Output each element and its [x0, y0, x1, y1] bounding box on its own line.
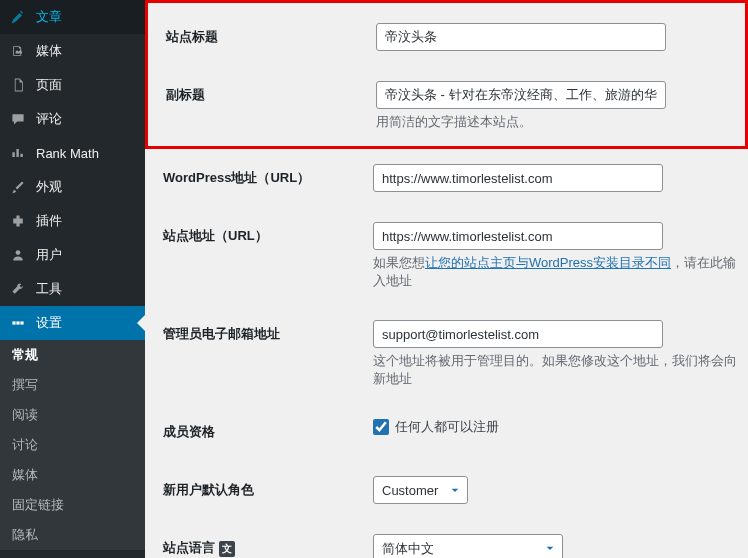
tool-icon	[8, 279, 28, 299]
sidebar-item-posts[interactable]: 文章	[0, 0, 145, 34]
sidebar-item-comments[interactable]: 评论	[0, 102, 145, 136]
desc-admin-email: 这个地址将被用于管理目的。如果您修改这个地址，我们将会向新地址	[373, 352, 738, 388]
label-admin-email: 管理员电子邮箱地址	[163, 305, 363, 403]
checkbox-membership[interactable]	[373, 419, 389, 435]
submenu-writing[interactable]: 撰写	[0, 370, 145, 400]
menu-label: 用户	[36, 246, 62, 264]
menu-label: 插件	[36, 212, 62, 230]
svg-rect-1	[12, 321, 15, 324]
bottom-menu: Webpushr	[0, 550, 145, 558]
submenu-general[interactable]: 常规	[0, 340, 145, 370]
submenu-permalinks[interactable]: 固定链接	[0, 490, 145, 520]
sidebar-item-tools[interactable]: 工具	[0, 272, 145, 306]
sidebar-item-media[interactable]: 媒体	[0, 34, 145, 68]
sidebar-item-pages[interactable]: 页面	[0, 68, 145, 102]
input-site-url[interactable]	[373, 222, 663, 250]
user-icon	[8, 245, 28, 265]
plugin-icon	[8, 211, 28, 231]
checkbox-text: 任何人都可以注册	[395, 418, 499, 436]
input-tagline[interactable]	[376, 81, 666, 109]
translate-icon: 文	[219, 541, 235, 557]
label-wp-url: WordPress地址（URL）	[163, 149, 363, 207]
brush-icon	[8, 177, 28, 197]
menu-label: 工具	[36, 280, 62, 298]
input-site-title[interactable]	[376, 23, 666, 51]
label-site-language: 站点语言文	[163, 519, 363, 558]
main-menu: 文章 媒体 页面 评论 Rank Math 外观	[0, 0, 145, 340]
svg-point-0	[16, 250, 21, 255]
menu-label: 文章	[36, 8, 62, 26]
sidebar-item-settings[interactable]: 设置	[0, 306, 145, 340]
svg-rect-3	[20, 321, 23, 324]
label-default-role: 新用户默认角色	[163, 461, 363, 519]
membership-label[interactable]: 任何人都可以注册	[373, 418, 499, 436]
input-admin-email[interactable]	[373, 320, 663, 348]
chart-icon	[8, 143, 28, 163]
menu-label: 外观	[36, 178, 62, 196]
sidebar-item-plugins[interactable]: 插件	[0, 204, 145, 238]
menu-label: 页面	[36, 76, 62, 94]
settings-icon	[8, 313, 28, 333]
input-wp-url[interactable]	[373, 164, 663, 192]
select-default-role[interactable]: Customer	[373, 476, 468, 504]
label-tagline: 副标题	[166, 66, 366, 146]
menu-label: 媒体	[36, 42, 62, 60]
submenu-media[interactable]: 媒体	[0, 460, 145, 490]
sidebar-item-appearance[interactable]: 外观	[0, 170, 145, 204]
highlight-title-tagline: 站点标题 副标题 用简洁的文字描述本站点。	[145, 0, 748, 149]
menu-label: 评论	[36, 110, 62, 128]
menu-label: 设置	[36, 314, 62, 332]
submenu-reading[interactable]: 阅读	[0, 400, 145, 430]
menu-label: Rank Math	[36, 146, 99, 161]
settings-main: 站点标题 副标题 用简洁的文字描述本站点。 WordPress地址（URL）	[145, 0, 748, 558]
link-site-url-diff[interactable]: 让您的站点主页与WordPress安装目录不同	[425, 255, 671, 270]
label-site-title: 站点标题	[166, 8, 366, 66]
select-language[interactable]: 简体中文	[373, 534, 563, 558]
comment-icon	[8, 109, 28, 129]
admin-sidebar: 文章 媒体 页面 评论 Rank Math 外观	[0, 0, 145, 558]
sidebar-item-rankmath[interactable]: Rank Math	[0, 136, 145, 170]
label-site-url: 站点地址（URL）	[163, 207, 363, 305]
media-icon	[8, 41, 28, 61]
sidebar-item-webpushr[interactable]: Webpushr	[0, 550, 145, 558]
svg-rect-2	[16, 321, 19, 324]
pin-icon	[8, 7, 28, 27]
submenu-discussion[interactable]: 讨论	[0, 430, 145, 460]
page-icon	[8, 75, 28, 95]
settings-submenu: 常规 撰写 阅读 讨论 媒体 固定链接 隐私	[0, 340, 145, 550]
sidebar-item-users[interactable]: 用户	[0, 238, 145, 272]
desc-tagline: 用简洁的文字描述本站点。	[376, 113, 735, 131]
label-membership: 成员资格	[163, 403, 363, 461]
desc-site-url: 如果您想让您的站点主页与WordPress安装目录不同，请在此输入地址	[373, 254, 738, 290]
submenu-privacy[interactable]: 隐私	[0, 520, 145, 550]
